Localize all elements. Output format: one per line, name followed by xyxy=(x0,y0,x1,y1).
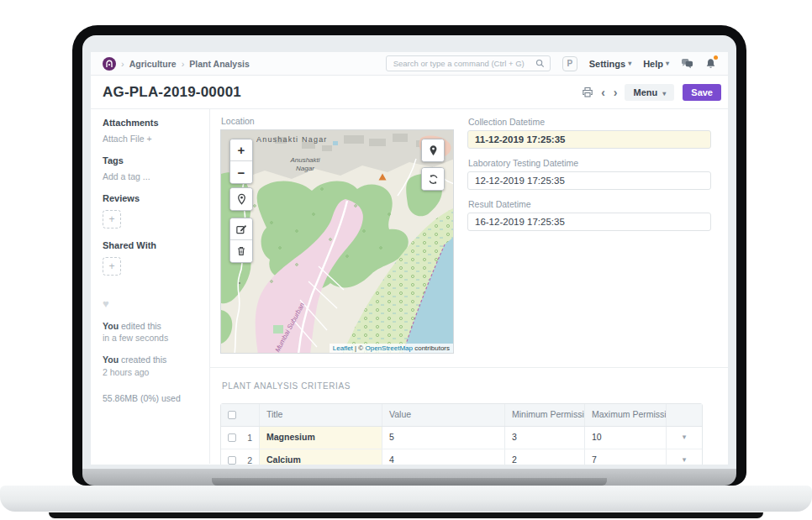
chat-icon xyxy=(681,58,693,69)
help-menu[interactable]: Help ▾ xyxy=(643,59,669,69)
created-who: You xyxy=(103,355,119,365)
collection-datetime-input[interactable]: 11-12-2019 17:25:35 xyxy=(467,130,711,149)
laptop-base xyxy=(0,486,812,512)
section-divider xyxy=(210,367,728,368)
criteria-table: Title Value Minimum Permissib... Maximum… xyxy=(220,403,703,465)
map-place-label-2b: Nagar xyxy=(296,165,314,172)
global-search[interactable] xyxy=(386,55,551,71)
cell-title[interactable]: Calcium xyxy=(260,449,382,465)
trash-icon xyxy=(235,245,247,257)
zoom-out-button[interactable]: − xyxy=(230,161,252,183)
table-row: 2 Calcium 4 2 7 ▾ xyxy=(221,449,702,465)
chevron-down-icon: ▾ xyxy=(666,60,669,67)
locate-button[interactable] xyxy=(230,188,252,210)
row-index: 2 xyxy=(247,450,252,465)
search-input[interactable] xyxy=(392,58,535,69)
cell-max[interactable]: 7 xyxy=(585,449,667,465)
menu-button[interactable]: Menu ▾ xyxy=(625,84,674,101)
chevron-down-icon: ▾ xyxy=(662,90,666,97)
save-button[interactable]: Save xyxy=(683,84,721,101)
form-sidebar: Attachments Attach File + Tags Add a tag… xyxy=(91,109,210,464)
pin-icon xyxy=(235,193,248,206)
breadcrumb-separator-icon: › xyxy=(121,59,124,69)
tags-heading: Tags xyxy=(103,155,198,165)
avatar[interactable]: P xyxy=(562,56,577,71)
col-min: Minimum Permissib... xyxy=(505,404,585,426)
row-index: 1 xyxy=(247,428,252,449)
created-when: 2 hours ago xyxy=(103,367,149,377)
refresh-location-button[interactable] xyxy=(422,168,444,190)
field-collection-datetime: Collection Datetime 11-12-2019 17:25:35 xyxy=(467,117,711,149)
breadcrumb-agriculture[interactable]: Agriculture xyxy=(129,59,177,69)
help-label: Help xyxy=(643,59,663,69)
cell-max[interactable]: 10 xyxy=(585,427,667,449)
next-record-button[interactable]: › xyxy=(613,86,619,99)
created-info: You created this 2 hours ago xyxy=(103,354,198,377)
attach-file-label: Attach File xyxy=(103,134,145,144)
row-expand-button[interactable]: ▾ xyxy=(667,449,702,465)
col-max: Maximum Permissi... xyxy=(585,404,667,426)
map-tiles: Anushakti Nagar Anushakti Nagar Mumbai S… xyxy=(221,130,454,354)
select-all-checkbox[interactable] xyxy=(228,411,236,419)
notifications-button[interactable] xyxy=(705,58,716,70)
osm-link[interactable]: OpenStreetMap xyxy=(365,344,412,352)
menu-label: Menu xyxy=(633,87,657,97)
attribution-suffix: contributors xyxy=(413,344,450,352)
edited-action: edited this xyxy=(119,321,161,331)
map-place-label: Anushakti Nagar xyxy=(256,135,328,144)
attachments-heading: Attachments xyxy=(103,118,198,128)
add-review-button[interactable]: + xyxy=(103,210,121,228)
field-label: Collection Datetime xyxy=(468,117,711,127)
leaflet-link[interactable]: Leaflet xyxy=(333,344,353,352)
reviews-heading: Reviews xyxy=(103,193,198,203)
edited-when: in a few seconds xyxy=(103,333,168,343)
col-value: Value xyxy=(382,404,505,426)
add-tag-input[interactable]: Add a tag ... xyxy=(103,171,198,181)
field-laboratory-testing-datetime: Laboratory Testing Datetime 12-12-2019 1… xyxy=(467,158,711,190)
app-logo[interactable] xyxy=(103,57,116,71)
attach-file-button[interactable]: Attach File + xyxy=(103,134,198,144)
navbar: › Agriculture › Plant Analysis P Setting… xyxy=(91,52,728,76)
result-datetime-input[interactable]: 16-12-2019 17:25:35 xyxy=(467,213,711,231)
row-checkbox[interactable] xyxy=(228,433,236,442)
cell-value[interactable]: 5 xyxy=(382,427,505,449)
delete-shape-button[interactable] xyxy=(230,240,252,262)
like-heart-icon[interactable]: ♥ xyxy=(103,297,198,310)
section-heading: PLANT ANALYSIS CRITERIAS xyxy=(222,381,711,391)
cell-min[interactable]: 2 xyxy=(505,449,585,465)
app-window: › Agriculture › Plant Analysis P Setting… xyxy=(91,52,728,465)
storage-usage: 55.86MB (0%) used xyxy=(103,393,198,403)
chat-button[interactable] xyxy=(681,58,693,69)
prev-record-button[interactable]: ‹ xyxy=(600,86,606,99)
print-icon[interactable] xyxy=(582,87,593,97)
cell-min[interactable]: 3 xyxy=(505,427,585,449)
draw-control xyxy=(229,218,253,263)
field-result-datetime: Result Datetime 16-12-2019 17:25:35 xyxy=(467,199,711,231)
refresh-icon xyxy=(427,173,440,186)
breadcrumb-plant-analysis[interactable]: Plant Analysis xyxy=(189,59,249,69)
laptop-base-edge xyxy=(49,512,763,518)
settings-menu[interactable]: Settings ▾ xyxy=(589,59,631,69)
minus-icon: − xyxy=(238,166,245,179)
table-header-row: Title Value Minimum Permissib... Maximum… xyxy=(221,404,702,427)
add-share-button[interactable]: + xyxy=(103,257,121,276)
edit-shape-button[interactable] xyxy=(230,218,252,240)
plus-icon: + xyxy=(238,144,245,156)
set-pin-button[interactable] xyxy=(422,139,444,161)
col-title: Title xyxy=(260,404,382,426)
notification-dot xyxy=(714,55,718,60)
laboratory-testing-datetime-input[interactable]: 12-12-2019 17:25:35 xyxy=(467,171,711,190)
location-map[interactable]: Anushakti Nagar Anushakti Nagar Mumbai S… xyxy=(220,129,454,354)
map-attribution: Leaflet | © OpenStreetMap contributors xyxy=(330,344,453,353)
row-checkbox[interactable] xyxy=(228,456,236,465)
cell-title[interactable]: Magnesium xyxy=(260,427,382,449)
plus-icon: + xyxy=(147,134,152,144)
cell-value[interactable]: 4 xyxy=(382,449,505,465)
bell-icon xyxy=(705,58,716,70)
set-location-control xyxy=(421,139,445,162)
zoom-in-button[interactable]: + xyxy=(230,139,252,161)
chevron-down-icon: ▾ xyxy=(628,60,631,67)
settings-label: Settings xyxy=(589,59,625,69)
edited-who: You xyxy=(103,321,119,331)
row-expand-button[interactable]: ▾ xyxy=(667,427,702,449)
